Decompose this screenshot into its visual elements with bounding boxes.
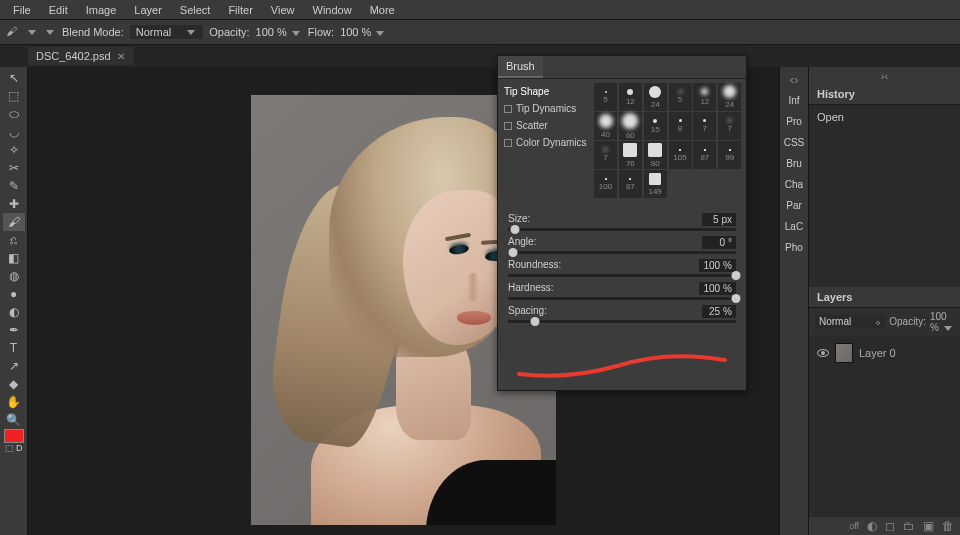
- tool-path[interactable]: ↗: [3, 357, 25, 375]
- tool-move[interactable]: ↖: [3, 69, 25, 87]
- brush-panel: Brush Tip ShapeTip DynamicsScatterColor …: [497, 55, 747, 391]
- brush-stroke-preview: [498, 336, 746, 386]
- menu-select[interactable]: Select: [171, 4, 220, 16]
- panel-tab-pro[interactable]: Pro: [780, 111, 808, 132]
- tool-marquee[interactable]: ⬭: [3, 105, 25, 123]
- tool-dodge[interactable]: ◐: [3, 303, 25, 321]
- brush-preset-dropdown[interactable]: [28, 30, 36, 35]
- tool-type[interactable]: T: [3, 339, 25, 357]
- brush-tip[interactable]: 149: [644, 170, 667, 198]
- footer-off-label: off: [849, 521, 859, 531]
- tool-pen[interactable]: ✒: [3, 321, 25, 339]
- document-tab[interactable]: DSC_6402.psd ✕: [28, 47, 133, 65]
- brush-settings-dropdown[interactable]: [46, 30, 54, 35]
- brush-tip[interactable]: 24: [644, 83, 667, 111]
- brush-tip[interactable]: 100: [594, 170, 617, 198]
- panel-tab-par[interactable]: Par: [780, 195, 808, 216]
- tool-hand[interactable]: ✋: [3, 393, 25, 411]
- brush-tip[interactable]: 7: [718, 112, 741, 140]
- tool-wand[interactable]: ✧: [3, 141, 25, 159]
- brush-sliders: Size:5pxAngle:0°Roundness:100%Hardness:1…: [498, 202, 746, 332]
- toolbox: ↖⬚⬭◡✧✂✎✚🖌⎌◧◍●◐✒T↗◆✋🔍⬚ D: [0, 67, 28, 535]
- layer-opacity-label: Opacity:: [889, 316, 926, 327]
- blend-mode-label: Blend Mode:: [62, 26, 124, 38]
- brush-tip[interactable]: 7: [594, 141, 617, 169]
- menu-filter[interactable]: Filter: [219, 4, 261, 16]
- menu-more[interactable]: More: [361, 4, 404, 16]
- brush-sections: Tip ShapeTip DynamicsScatterColor Dynami…: [498, 79, 590, 155]
- brush-section-tip-shape[interactable]: Tip Shape: [504, 83, 590, 100]
- layer-blend-select[interactable]: Normal ⬦: [815, 315, 885, 328]
- brush-tip[interactable]: 80: [644, 141, 667, 169]
- brush-section-scatter[interactable]: Scatter: [504, 117, 590, 134]
- layer-thumbnail: [835, 343, 853, 363]
- tool-brush[interactable]: 🖌: [3, 213, 25, 231]
- brush-tip[interactable]: 87: [619, 170, 642, 198]
- tool-eraser[interactable]: ◧: [3, 249, 25, 267]
- collapse-icon[interactable]: ›‹: [809, 67, 960, 84]
- brush-tip[interactable]: 12: [693, 83, 716, 111]
- swatch-reset[interactable]: ⬚ D: [5, 443, 23, 453]
- layer-row[interactable]: Layer 0: [813, 340, 956, 366]
- foreground-swatch[interactable]: [4, 429, 24, 443]
- tool-shape[interactable]: ◆: [3, 375, 25, 393]
- panel-tab-cha[interactable]: Cha: [780, 174, 808, 195]
- brush-tip[interactable]: 5: [594, 83, 617, 111]
- brush-tip[interactable]: 5: [669, 83, 692, 111]
- document-tab-row: DSC_6402.psd ✕: [0, 45, 960, 67]
- brush-tip[interactable]: 15: [644, 112, 667, 140]
- expand-icon[interactable]: ‹›: [780, 67, 808, 85]
- new-layer-icon[interactable]: ▣: [923, 519, 934, 533]
- folder-icon[interactable]: 🗀: [903, 519, 915, 533]
- brush-section-tip-dynamics[interactable]: Tip Dynamics: [504, 100, 590, 117]
- tool-patch[interactable]: ✚: [3, 195, 25, 213]
- tool-cursor[interactable]: ⬚: [3, 87, 25, 105]
- tool-blur[interactable]: ●: [3, 285, 25, 303]
- opacity-value[interactable]: 100 %: [256, 26, 302, 38]
- menu-view[interactable]: View: [262, 4, 304, 16]
- brush-tip[interactable]: 60: [619, 112, 642, 140]
- tool-lasso[interactable]: ◡: [3, 123, 25, 141]
- document-tab-label: DSC_6402.psd: [36, 50, 111, 62]
- tool-crop[interactable]: ✂: [3, 159, 25, 177]
- adjustment-icon[interactable]: ◐: [867, 519, 877, 533]
- tool-fill[interactable]: ◍: [3, 267, 25, 285]
- tool-stamp[interactable]: ⎌: [3, 231, 25, 249]
- history-item[interactable]: Open: [813, 109, 956, 125]
- menu-file[interactable]: File: [4, 4, 40, 16]
- brush-tip[interactable]: 40: [594, 112, 617, 140]
- visibility-icon[interactable]: [817, 349, 829, 357]
- layers-panel-header[interactable]: Layers: [809, 287, 960, 308]
- panel-tab-inf[interactable]: Inf: [780, 90, 808, 111]
- brush-tip[interactable]: 7: [693, 112, 716, 140]
- menu-image[interactable]: Image: [77, 4, 126, 16]
- menu-bar: FileEditImageLayerSelectFilterViewWindow…: [0, 0, 960, 20]
- panel-tab-pho[interactable]: Pho: [780, 237, 808, 258]
- close-icon[interactable]: ✕: [117, 51, 125, 62]
- brush-tip[interactable]: 105: [669, 141, 692, 169]
- brush-tab[interactable]: Brush: [498, 56, 543, 78]
- history-panel-header[interactable]: History: [809, 84, 960, 105]
- brush-tip[interactable]: 24: [718, 83, 741, 111]
- brush-tip[interactable]: 76: [619, 141, 642, 169]
- panel-tab-lac[interactable]: LaC: [780, 216, 808, 237]
- brush-section-color-dynamics[interactable]: Color Dynamics: [504, 134, 590, 151]
- panel-tab-css[interactable]: CSS: [780, 132, 808, 153]
- brush-tip[interactable]: 99: [718, 141, 741, 169]
- mask-icon[interactable]: ◻: [885, 519, 895, 533]
- brush-tip[interactable]: 87: [693, 141, 716, 169]
- trash-icon[interactable]: 🗑: [942, 519, 954, 533]
- menu-edit[interactable]: Edit: [40, 4, 77, 16]
- brush-tip[interactable]: 8: [669, 112, 692, 140]
- panel-tab-bru[interactable]: Bru: [780, 153, 808, 174]
- blend-mode-select[interactable]: Normal: [130, 25, 203, 39]
- tool-zoom[interactable]: 🔍: [3, 411, 25, 429]
- layer-opacity-value[interactable]: 100 %: [930, 311, 954, 333]
- slider-hardness: Hardness:100%: [508, 282, 736, 300]
- flow-value[interactable]: 100 %: [340, 26, 386, 38]
- menu-window[interactable]: Window: [304, 4, 361, 16]
- layer-name[interactable]: Layer 0: [859, 347, 896, 359]
- brush-tip[interactable]: 12: [619, 83, 642, 111]
- menu-layer[interactable]: Layer: [125, 4, 171, 16]
- tool-eyedrop[interactable]: ✎: [3, 177, 25, 195]
